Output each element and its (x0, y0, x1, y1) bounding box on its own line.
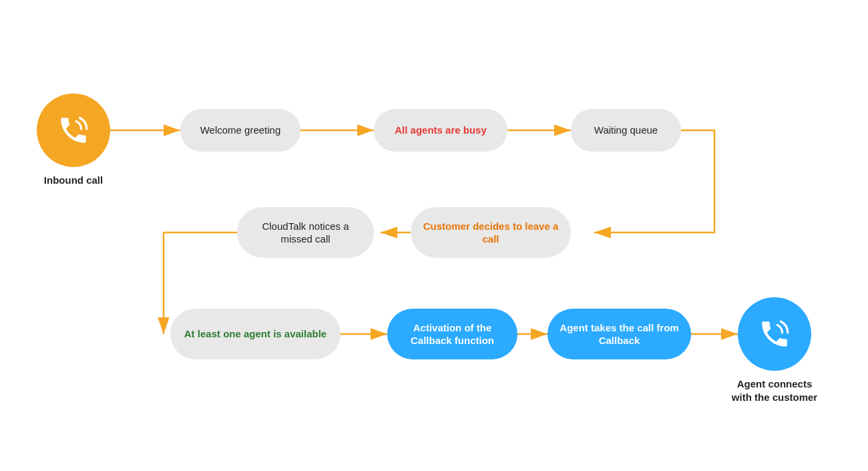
inbound-call-label: Inbound call (37, 174, 110, 187)
inbound-call-circle (37, 94, 110, 167)
cloudtalk-notices-label: CloudTalk notices a missed call (249, 220, 362, 246)
welcome-greeting-pill: Welcome greeting (180, 109, 300, 152)
diagram-container: Inbound call Welcome greeting All agents… (0, 0, 868, 471)
agent-connects-circle (738, 297, 811, 371)
at-least-one-agent-pill: At least one agent is available (170, 309, 341, 359)
all-agents-busy-label: All agents are busy (395, 124, 487, 137)
activation-callback-label: Activation of the Callback function (399, 321, 505, 347)
customer-decides-pill: Customer decides to leave a call (411, 207, 571, 258)
customer-decides-label: Customer decides to leave a call (423, 220, 559, 246)
at-least-one-agent-label: At least one agent is available (184, 327, 327, 341)
agent-connects-label: Agent connects with the customer (728, 377, 821, 404)
agent-connects-phone-icon (758, 317, 791, 351)
cloudtalk-notices-pill: CloudTalk notices a missed call (237, 207, 374, 258)
agent-takes-call-pill: Agent takes the call from Callback (548, 309, 691, 359)
phone-icon (57, 114, 90, 147)
all-agents-busy-pill: All agents are busy (374, 109, 507, 152)
waiting-queue-label: Waiting queue (594, 124, 658, 137)
agent-takes-call-label: Agent takes the call from Callback (560, 321, 679, 347)
welcome-greeting-label: Welcome greeting (200, 124, 281, 137)
activation-callback-pill: Activation of the Callback function (387, 309, 517, 359)
waiting-queue-pill: Waiting queue (571, 109, 681, 152)
